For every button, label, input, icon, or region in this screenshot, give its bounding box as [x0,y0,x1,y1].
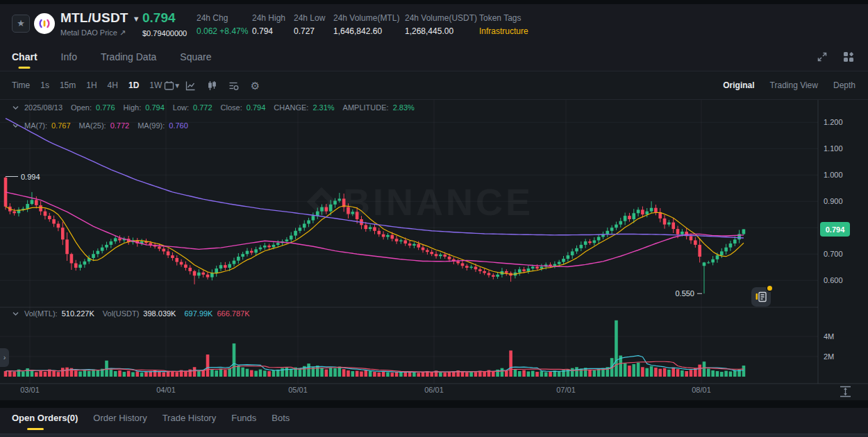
price-tick-label: 0.600 [824,276,843,284]
vol-ma-slow-value: 666.787K [217,309,249,318]
candle-low: 0.772 [193,103,212,112]
star-icon: ★ [17,18,25,28]
tab-funds[interactable]: Funds [231,413,256,430]
interval-time[interactable]: Time [12,80,30,90]
ma7-value: 0.767 [51,121,71,130]
ma-legend: MA(7):0.767 MA(25):0.772 MA(99):0.760 [12,121,188,130]
date-tick-label: 08/01 [692,386,711,394]
pair-selector[interactable]: MTL/USDT ▼ [60,10,140,26]
interval-1d[interactable]: 1D [128,80,139,90]
interval-1h[interactable]: 1H [86,80,97,90]
tab-open-orders[interactable]: Open Orders(0) [12,413,78,430]
interval-1s[interactable]: 1s [40,80,49,90]
tab-order-history[interactable]: Order History [93,413,147,430]
collapse-chevron-icon[interactable] [12,105,19,110]
price-tick-label: 1.200 [824,118,843,126]
ticker-header: ★ MTL/USDT ▼ Metal DAO Price ↗ 0.794 $0.… [0,4,868,43]
token-logo-mtl [34,13,55,34]
low-annotation-label: 0.550 [675,289,694,298]
chart-area: BINANCE 1.2001.1001.0000.9000.7000.6004M… [0,100,868,400]
vol-usdt-value: 398.039K [143,309,176,318]
stat-token-tags: Token Tags Infrastructure [479,13,528,36]
tab-bots[interactable]: Bots [272,413,290,430]
stat-value: 1,268,445.00 [405,26,477,36]
token-tag-link[interactable]: Infrastructure [479,26,528,36]
last-price-usd: $0.79400000 [142,29,187,37]
stat-label: 24h High [252,13,285,23]
candle-change: 2.31% [312,103,334,112]
candle-amplitude: 2.83% [393,103,415,112]
period-settings-icon[interactable] [164,80,174,91]
date-tick-label: 03/01 [20,386,40,394]
view-depth[interactable]: Depth [833,80,856,90]
ma25-value: 0.772 [110,121,130,130]
tab-trading-data[interactable]: Trading Data [101,43,156,71]
orders-panel: Open Orders(0) Order History Trade Histo… [0,408,868,437]
panel-expand-handle[interactable]: › [0,348,9,367]
candles-layer [4,177,746,294]
candlestick-style-icon[interactable] [207,80,217,91]
view-trading-view[interactable]: Trading View [770,80,818,90]
volume-tick-label: 2M [824,352,834,361]
expand-icon[interactable] [817,51,828,65]
stat-24h-low: 24h Low 0.727 [294,13,325,36]
stat-label: 24h Chg [197,13,248,23]
line-chart-icon[interactable] [185,80,196,91]
news-notification-icon[interactable] [751,287,771,307]
volume-tick-label: 4M [824,332,834,341]
price-tick-label: 0.900 [824,197,843,205]
tab-info[interactable]: Info [61,43,77,71]
price-tick-label: 1.000 [824,171,843,179]
candle-close: 0.794 [247,103,266,112]
tab-square[interactable]: Square [180,43,211,71]
collapse-chevron-icon[interactable] [12,123,19,128]
last-price-block: 0.794 $0.79400000 [142,10,187,37]
axis-scale-icon[interactable] [840,387,851,397]
notification-dot [766,284,774,292]
stat-label: 24h Volume(MTL) [333,13,399,23]
stat-value: 0.062 +8.47% [197,26,248,36]
token-price-link[interactable]: Metal DAO Price ↗ [60,28,140,37]
orders-table-edge [0,434,868,437]
interval-4h[interactable]: 4H [108,80,118,90]
price-tick-label: 0.700 [824,250,843,258]
stat-value: 1,646,842.60 [333,26,399,36]
date-tick-label: 06/01 [424,386,444,394]
collapse-chevron-icon[interactable] [12,311,19,316]
ma99-value: 0.760 [169,121,188,130]
stat-24h-chg: 24h Chg 0.062 +8.47% [197,13,248,36]
candlestick-chart[interactable]: 1.2001.1001.0000.9000.7000.6004M2M03/010… [0,100,868,400]
stat-24h-volume-mtl: 24h Volume(MTL) 1,646,842.60 [333,13,399,36]
stat-24h-high: 24h High 0.794 [252,13,285,36]
chevron-down-icon: ▼ [133,15,140,23]
stat-label: 24h Low [294,13,325,23]
tab-trade-history[interactable]: Trade History [162,413,217,430]
ohlc-legend: 2025/08/13 Open:0.776 High:0.794 Low:0.7… [12,103,415,112]
pair-title: MTL/USDT [60,10,128,26]
interval-15m[interactable]: 15m [60,80,76,90]
date-tick-label: 04/01 [156,386,176,394]
view-original[interactable]: Original [723,80,754,90]
pair-title-block: MTL/USDT ▼ Metal DAO Price ↗ [60,10,140,37]
vol-ma-fast-value: 697.99K [184,309,212,318]
chart-toolbar: Time 1s 15m 1H 4H 1D 1W ▼ [0,71,868,100]
last-price: 0.794 [142,10,187,26]
vol-mtl-value: 510.227K [62,309,94,318]
price-tick-label: 1.100 [824,144,843,153]
stat-value: 0.727 [294,26,325,36]
indicators-icon[interactable] [228,80,239,91]
chart-settings-gear-icon[interactable]: ⚙ [250,80,260,91]
candle-open: 0.776 [96,103,115,112]
favorite-star-button[interactable]: ★ [12,15,30,33]
stat-value: 0.794 [252,26,285,36]
grid-layout-icon[interactable] [843,51,854,65]
date-tick-label: 05/01 [288,386,308,394]
stat-label: 24h Volume(USDT) [405,13,477,23]
stat-24h-volume-usdt: 24h Volume(USDT) 1,268,445.00 [405,13,477,36]
candle-high: 0.794 [145,103,165,112]
main-tabbar: Chart Info Trading Data Square [0,43,868,71]
tab-chart[interactable]: Chart [12,43,37,71]
binance-trading-page: ★ MTL/USDT ▼ Metal DAO Price ↗ 0.794 $0.… [0,0,868,437]
interval-1w[interactable]: 1W [149,80,162,90]
stat-label: Token Tags [479,13,528,23]
